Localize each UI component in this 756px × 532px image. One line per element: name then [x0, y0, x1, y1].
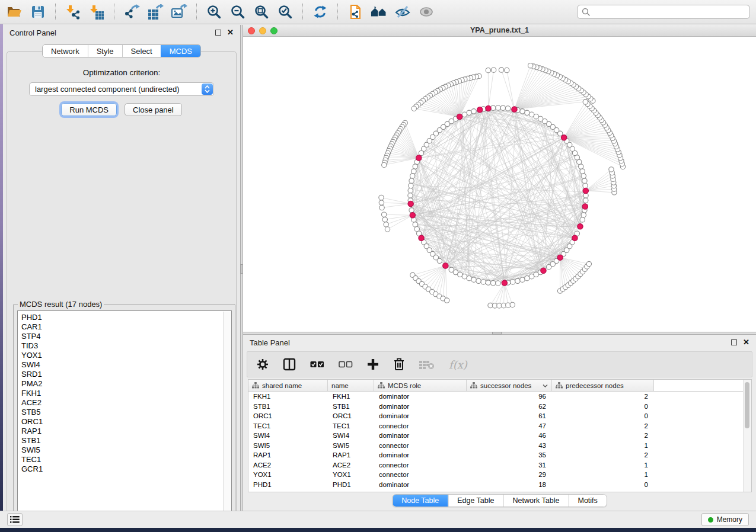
- list-item[interactable]: ORC1: [21, 417, 231, 427]
- close-window-icon[interactable]: [248, 27, 255, 34]
- import-network-icon[interactable]: [65, 4, 81, 20]
- dropdown-selected-value: largest connected component (undirected): [35, 85, 180, 94]
- open-file-icon[interactable]: [6, 4, 23, 20]
- table-row[interactable]: PHD1PHD1dominator180: [248, 480, 751, 490]
- show-columns-icon[interactable]: [283, 358, 296, 371]
- search-input[interactable]: [594, 8, 745, 17]
- table-scrollbar[interactable]: [743, 380, 751, 492]
- zoom-selected-icon[interactable]: [277, 4, 294, 20]
- toolbar-separator: [302, 4, 303, 20]
- table-row[interactable]: ORC1ORC1dominator610: [248, 411, 751, 421]
- table-toolbar: f(x): [247, 351, 752, 377]
- mcds-result-list: PHD1CAR1STP4TID3YOX1SWI4SRD1PMA2FKH1ACE2…: [17, 310, 232, 520]
- tab-edge-table[interactable]: Edge Table: [448, 495, 503, 507]
- zoom-fit-icon[interactable]: [253, 4, 270, 20]
- list-item[interactable]: ACE2: [21, 398, 231, 408]
- table-panel-title: Table Panel: [250, 338, 290, 347]
- hide-graphics-details-icon[interactable]: [394, 4, 411, 20]
- zoom-out-icon[interactable]: [229, 4, 246, 20]
- list-item[interactable]: STP4: [21, 332, 231, 341]
- node-table: shared name name MCDS role successor nod…: [248, 379, 752, 492]
- mcds-list-scrollbar[interactable]: [223, 312, 231, 519]
- table-row[interactable]: STB1STB1dominator620: [248, 402, 751, 412]
- table-row[interactable]: SWI4SWI4dominator462: [248, 431, 751, 441]
- column-header-shared-name[interactable]: shared name: [248, 380, 328, 391]
- table-row[interactable]: ACE2ACE2connector311: [248, 460, 751, 470]
- network-view-window: YPA_prune.txt_1: [243, 25, 756, 332]
- minimize-window-icon[interactable]: [259, 27, 266, 34]
- control-panel-title: Control Panel: [9, 28, 56, 37]
- task-history-button[interactable]: [7, 513, 23, 526]
- optimization-criterion-dropdown[interactable]: largest connected component (undirected): [29, 82, 214, 96]
- list-item[interactable]: TEC1: [21, 455, 231, 464]
- column-header-predecessor-nodes[interactable]: predecessor nodes: [552, 380, 654, 391]
- tab-mcds[interactable]: MCDS: [161, 45, 200, 57]
- maximize-window-icon[interactable]: [270, 27, 277, 34]
- list-item[interactable]: STB5: [21, 408, 231, 417]
- list-item[interactable]: YOX1: [21, 351, 231, 360]
- list-item[interactable]: TID3: [21, 341, 231, 351]
- list-item[interactable]: PHD1: [21, 313, 231, 322]
- control-panel: Control Panel ✕ Network Style Select MCD…: [3, 25, 240, 511]
- close-panel-button[interactable]: Close panel: [125, 103, 182, 116]
- table-row[interactable]: SWI5SWI5connector431: [248, 441, 751, 451]
- column-header-name[interactable]: name: [328, 380, 374, 391]
- save-session-icon[interactable]: [30, 4, 46, 20]
- column-header-mcds-role[interactable]: MCDS role: [374, 380, 467, 391]
- export-table-icon[interactable]: [147, 4, 164, 20]
- home-icon[interactable]: [371, 4, 387, 20]
- list-item[interactable]: PMA2: [21, 379, 231, 389]
- export-image-icon[interactable]: [171, 4, 187, 20]
- tab-motifs[interactable]: Motifs: [568, 495, 606, 507]
- table-scrollbar-thumb[interactable]: [745, 382, 749, 428]
- list-item[interactable]: FKH1: [21, 389, 231, 398]
- list-item[interactable]: SWI5: [21, 446, 231, 455]
- zoom-in-icon[interactable]: [206, 4, 222, 20]
- apply-layout-icon[interactable]: [312, 4, 328, 20]
- float-table-panel-icon[interactable]: [731, 339, 737, 345]
- list-item[interactable]: SWI4: [21, 360, 231, 370]
- mcds-tab-content: Optimization criterion: largest connecte…: [7, 51, 237, 527]
- show-graphics-details-icon[interactable]: [418, 4, 435, 20]
- main-toolbar: [0, 0, 756, 24]
- export-network-icon[interactable]: [123, 4, 140, 20]
- tab-network[interactable]: Network: [43, 45, 88, 57]
- tab-network-table[interactable]: Network Table: [503, 495, 569, 507]
- tab-node-table[interactable]: Node Table: [393, 495, 448, 507]
- table-row[interactable]: TEC1TEC1connector472: [248, 421, 751, 431]
- list-item[interactable]: SRD1: [21, 370, 231, 379]
- toolbar-separator: [196, 4, 197, 20]
- network-document-icon[interactable]: [347, 4, 363, 20]
- close-panel-icon[interactable]: ✕: [227, 30, 234, 36]
- tab-style[interactable]: Style: [88, 45, 122, 57]
- tab-select[interactable]: Select: [122, 45, 161, 57]
- close-table-panel-icon[interactable]: ✕: [743, 339, 749, 345]
- sort-descending-icon: [543, 384, 548, 387]
- list-item[interactable]: RAP1: [21, 427, 231, 436]
- list-item[interactable]: GCR1: [21, 464, 231, 474]
- network-canvas[interactable]: [243, 37, 756, 332]
- run-mcds-button[interactable]: Run MCDS: [61, 103, 117, 116]
- memory-label: Memory: [717, 515, 742, 524]
- add-column-icon[interactable]: [367, 358, 379, 370]
- network-window-titlebar[interactable]: YPA_prune.txt_1: [243, 25, 756, 37]
- table-row[interactable]: YOX1YOX1connector291: [248, 470, 751, 480]
- status-bar: Memory: [0, 511, 756, 528]
- column-header-successor-nodes[interactable]: successor nodes: [467, 380, 552, 391]
- float-panel-icon[interactable]: [215, 30, 221, 36]
- settings-gear-icon[interactable]: [257, 358, 269, 370]
- network-graph: [243, 37, 756, 332]
- table-row[interactable]: FKH1FKH1dominator962: [248, 392, 751, 402]
- select-all-checkboxes-icon[interactable]: [310, 360, 324, 368]
- delete-column-icon[interactable]: [393, 358, 405, 371]
- application-window: Control Panel ✕ Network Style Select MCD…: [0, 0, 756, 532]
- deselect-all-checkboxes-icon[interactable]: [339, 360, 353, 368]
- list-item[interactable]: CAR1: [21, 322, 231, 332]
- desktop-wallpaper-bottom: [0, 528, 756, 532]
- table-panel: Table Panel ✕: [243, 335, 756, 511]
- import-table-icon[interactable]: [88, 4, 105, 20]
- list-item[interactable]: STB1: [21, 436, 231, 446]
- node-table-header: shared name name MCDS role successor nod…: [248, 380, 751, 392]
- memory-button[interactable]: Memory: [701, 513, 749, 526]
- table-row[interactable]: RAP1RAP1dominator352: [248, 450, 751, 460]
